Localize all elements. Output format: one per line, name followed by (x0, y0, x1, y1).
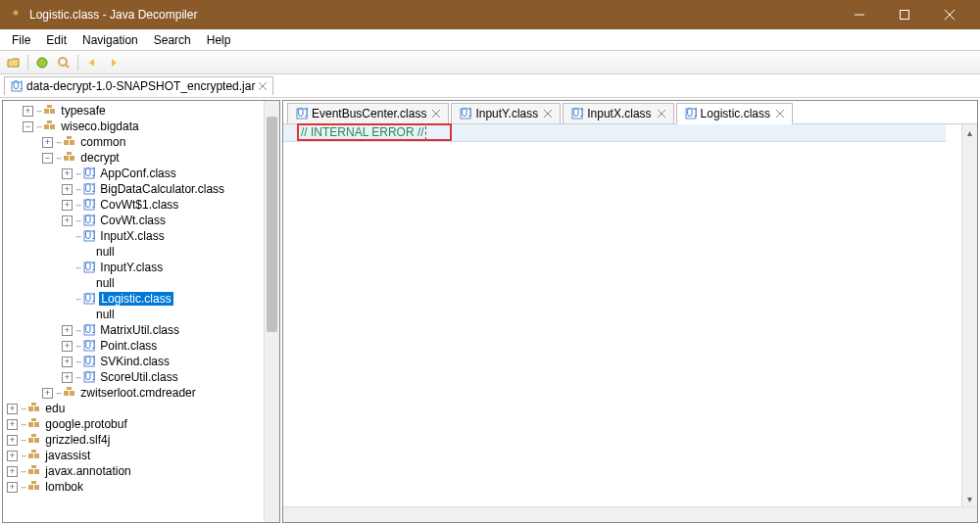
open-file-button[interactable] (4, 53, 24, 72)
tree-node[interactable]: +···javassist (3, 448, 264, 463)
minimize-button[interactable] (837, 0, 882, 29)
tree-node[interactable]: +···010ScoreUtil.class (3, 369, 264, 385)
tree-node[interactable]: null (3, 244, 264, 260)
svg-rect-58 (31, 434, 36, 437)
expand-icon[interactable]: + (42, 137, 53, 148)
window-controls (837, 0, 972, 29)
editor-horizontal-scrollbar[interactable] (283, 506, 977, 522)
tree-label: common (79, 135, 126, 149)
window-title: Logistic.class - Java Decompiler (29, 8, 837, 22)
expand-icon[interactable]: + (62, 200, 73, 211)
jar-tab-label: data-decrypt-1.0-SNAPSHOT_encrypted.jar (26, 79, 255, 93)
menu-file[interactable]: File (4, 31, 38, 49)
tree-connector: ··· (75, 325, 80, 336)
editor-tab-active[interactable]: 010Logistic.class (676, 103, 793, 124)
collapse-icon[interactable]: − (42, 153, 53, 164)
tree-node[interactable]: +···common (3, 134, 264, 150)
forward-button[interactable] (104, 53, 123, 72)
scroll-up-arrow[interactable]: ▴ (962, 124, 977, 140)
tree-connector: ··· (21, 404, 25, 414)
tree-node[interactable]: −···decrypt (3, 150, 264, 166)
close-tab-icon[interactable] (776, 110, 784, 118)
expand-icon[interactable]: + (62, 325, 73, 336)
editor-tab[interactable]: 010InputY.class (451, 103, 561, 123)
tree-node[interactable]: +···010MatrixUtil.class (3, 322, 264, 338)
tree-node[interactable]: +···lombok (3, 479, 264, 495)
tree-node[interactable]: +···zwitserloot.cmdreader (3, 385, 264, 401)
tree-connector: ··· (21, 466, 25, 477)
svg-text:010: 010 (85, 262, 96, 273)
editor-tab[interactable]: 010EventBusCenter.class (287, 103, 449, 123)
expand-icon[interactable]: + (7, 466, 18, 477)
tree-label: ScoreUtil.class (99, 370, 178, 384)
tree-node[interactable]: +···010AppConf.class (3, 166, 264, 181)
tree-connector: ··· (56, 153, 61, 164)
collapse-icon[interactable]: − (23, 121, 33, 132)
tree-node-selected[interactable]: ···010Logistic.class (3, 291, 264, 307)
editor-vertical-scrollbar[interactable]: ▴ ▾ (961, 124, 977, 506)
class-icon: 010 (82, 198, 96, 212)
tree-node[interactable]: +···010BigDataCalculator.class (3, 181, 264, 197)
maximize-button[interactable] (882, 0, 927, 29)
svg-rect-20 (70, 140, 74, 145)
expand-icon[interactable]: + (7, 404, 18, 414)
menu-navigation[interactable]: Navigation (74, 31, 146, 49)
expand-icon[interactable]: + (7, 451, 18, 461)
tree-node[interactable]: ···010InputY.class (3, 260, 264, 275)
tree-node[interactable]: +···google.protobuf (3, 416, 264, 432)
sidebar-scrollbar[interactable] (264, 101, 279, 522)
tree-node[interactable]: +···edu (3, 401, 264, 416)
tree-node[interactable]: −···wiseco.bigdata (3, 119, 264, 134)
tree-node[interactable]: +···grizzled.slf4j (3, 432, 264, 448)
tree-node[interactable]: null (3, 275, 264, 291)
tree-label: decrypt (79, 151, 120, 165)
expand-icon[interactable]: + (62, 184, 73, 195)
menu-search[interactable]: Search (146, 31, 199, 49)
menu-edit[interactable]: Edit (38, 31, 74, 49)
close-button[interactable] (927, 0, 972, 29)
menu-help[interactable]: Help (199, 31, 239, 49)
expand-icon[interactable]: + (62, 372, 73, 383)
svg-rect-64 (31, 465, 36, 468)
expand-icon[interactable]: + (7, 435, 18, 446)
open-type-button[interactable] (32, 53, 52, 72)
expand-icon[interactable]: + (62, 168, 73, 179)
close-tab-icon[interactable] (544, 110, 552, 118)
scroll-down-arrow[interactable]: ▾ (962, 491, 977, 506)
tree-label: CovWt$1.class (99, 198, 179, 212)
expand-icon[interactable]: + (62, 215, 73, 226)
tree-node[interactable]: +···javax.annotation (3, 463, 264, 479)
svg-rect-54 (34, 422, 39, 427)
expand-icon[interactable]: + (62, 357, 73, 367)
tree-connector: ··· (75, 231, 80, 242)
editor-tab[interactable]: 010InputX.class (563, 103, 673, 123)
expand-icon[interactable]: + (7, 419, 18, 430)
svg-text:010: 010 (85, 230, 96, 242)
tree-node[interactable]: +···typesafe (3, 103, 264, 119)
editor-tab-label: Logistic.class (701, 107, 770, 120)
tree-spacer (62, 231, 73, 242)
code-editor[interactable]: // INTERNAL ERROR // ▴ ▾ (283, 124, 977, 506)
expand-icon[interactable]: + (62, 341, 73, 352)
tree-connector: ··· (21, 435, 25, 446)
tree-label: CovWt.class (99, 214, 167, 227)
search-button[interactable] (54, 53, 74, 72)
tree-node[interactable]: null (3, 307, 264, 322)
tree-node[interactable]: +···010CovWt.class (3, 213, 264, 228)
editor-content[interactable]: // INTERNAL ERROR // (283, 124, 961, 506)
tree-node[interactable]: +···010CovWt$1.class (3, 197, 264, 213)
tree-node[interactable]: +···010Point.class (3, 338, 264, 354)
close-tab-icon[interactable] (432, 110, 440, 118)
tree-node[interactable]: +···010SVKind.class (3, 354, 264, 369)
expand-icon[interactable]: + (7, 482, 18, 493)
back-button[interactable] (82, 53, 102, 72)
svg-text:010: 010 (462, 108, 472, 119)
close-tab-icon[interactable] (658, 110, 665, 118)
package-tree[interactable]: +···typesafe −···wiseco.bigdata +···comm… (3, 101, 264, 522)
class-icon: 010 (460, 108, 471, 119)
tree-node[interactable]: ···010InputX.class (3, 228, 264, 244)
expand-icon[interactable]: + (23, 106, 33, 117)
jar-tab[interactable]: 010 data-decrypt-1.0-SNAPSHOT_encrypted.… (4, 76, 273, 95)
close-tab-icon[interactable] (259, 82, 267, 90)
expand-icon[interactable]: + (42, 388, 53, 399)
